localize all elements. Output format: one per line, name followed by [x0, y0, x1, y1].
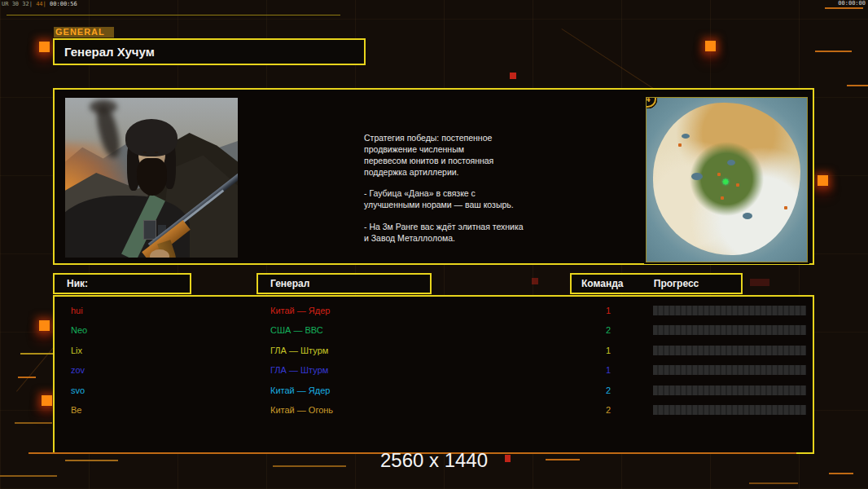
debug-token: UR 30 32|: [2, 1, 33, 7]
loading-screen: UR 30 32| 44| 00:00:56 00:00:00 GENERAL …: [0, 0, 868, 489]
player-general: Китай — Ядер: [270, 301, 330, 320]
map-start-position-marker: 4: [646, 97, 656, 108]
decor-red-square: [510, 73, 516, 79]
header-team-progress: Команда Прогресс: [570, 273, 743, 294]
header-team-label: Команда: [581, 278, 623, 289]
decor-line: [65, 460, 118, 461]
debug-readout: UR 30 32| 44| 00:00:56: [2, 1, 77, 7]
table-row: svo Китай — Ядер 2: [55, 381, 813, 400]
decor-line: [815, 51, 852, 52]
decor-line: [273, 465, 346, 467]
strategy-paragraph: - Гаубица «Дана» в связке с улучшенными …: [364, 188, 576, 211]
player-nick: Lix: [71, 341, 82, 360]
player-progress-bar: [653, 306, 806, 315]
player-team: 1: [598, 341, 618, 360]
player-progress-bar: [653, 385, 806, 395]
table-row: Be Китай — Огонь 2: [55, 400, 813, 420]
player-progress-bar: [653, 405, 806, 415]
decor-square: [39, 42, 50, 52]
player-progress-bar: [653, 325, 806, 335]
decor-square: [705, 41, 716, 51]
player-table-body: hui Китай — Ядер 1 Neo США — ВВС 2 Lix Г…: [55, 301, 813, 420]
general-portrait: [65, 98, 238, 258]
decor-line: [15, 422, 52, 424]
map-lake: [743, 213, 752, 219]
portrait-beard: [137, 158, 167, 196]
table-row: zov ГЛА — Штурм 1: [55, 360, 813, 380]
player-nick: zov: [71, 360, 85, 380]
table-row: hui Китай — Ядер 1: [55, 301, 813, 320]
decor-line: [7, 15, 340, 15]
table-row: Lix ГЛА — Штурм 1: [55, 341, 813, 360]
resolution-label: 2560 x 1440: [353, 449, 515, 472]
player-general: Китай — Ядер: [270, 381, 330, 400]
decor-square: [39, 320, 50, 331]
player-team: 1: [598, 301, 618, 320]
decor-line: [749, 482, 798, 484]
map-resource-dot: [721, 196, 724, 200]
portrait-eye: [143, 152, 147, 153]
player-general: ГЛА — Штурм: [270, 341, 328, 360]
decor-square: [42, 395, 52, 406]
portrait-hand: [150, 249, 169, 258]
general-name: Генерал Хучум: [64, 45, 155, 59]
portrait-turban: [125, 119, 178, 156]
player-team: 2: [598, 381, 618, 400]
player-team: 2: [598, 320, 618, 340]
map-resource-dot: [736, 183, 739, 187]
player-team: 1: [598, 360, 618, 380]
player-team: 2: [598, 400, 618, 420]
player-nick: Neo: [71, 320, 87, 340]
player-nick: Be: [71, 400, 81, 420]
decor-line: [546, 459, 580, 460]
header-nick: Ник:: [53, 273, 191, 294]
player-nick: svo: [71, 381, 85, 400]
strategy-paragraph: - На 3м Ранге вас ждёт элитная техника и…: [364, 222, 576, 244]
decor-red-square: [532, 278, 538, 284]
map-resource-dot: [784, 206, 787, 209]
tab-general[interactable]: GENERAL: [54, 27, 114, 38]
player-progress-bar: [653, 365, 806, 375]
decor-line: [20, 353, 53, 355]
decor-line: [0, 475, 57, 477]
map-preview: ✸ 2 5 6 1 3 4: [646, 97, 808, 262]
portrait-pouch: [143, 220, 156, 240]
general-title-box: Генерал Хучум: [53, 38, 366, 65]
portrait-eye: [155, 152, 158, 153]
header-general-label: Генерал: [270, 278, 309, 289]
player-general: США — ВВС: [270, 320, 323, 340]
player-general: Китай — Огонь: [270, 400, 333, 420]
decor-square: [818, 175, 828, 186]
decor-line: [829, 473, 853, 474]
decor-line: [18, 377, 36, 378]
header-progress-label: Прогресс: [654, 278, 699, 289]
decor-red-patch: [750, 279, 769, 286]
match-timer: 00:00:00: [838, 0, 866, 7]
map-player-star-icon: ✸: [722, 178, 730, 187]
decor-line: [825, 7, 863, 9]
table-row: Neo США — ВВС 2: [55, 320, 813, 340]
header-general: Генерал: [256, 273, 432, 294]
player-general: ГЛА — Штурм: [270, 360, 328, 380]
debug-token: 00:00:56: [50, 1, 77, 7]
player-progress-bar: [653, 346, 806, 355]
player-table: hui Китай — Ядер 1 Neo США — ВВС 2 Lix Г…: [53, 295, 814, 454]
debug-token: 44|: [36, 1, 46, 7]
general-info-panel: Стратегия победы: постепенное продвижени…: [53, 88, 814, 265]
header-nick-label: Ник:: [67, 278, 88, 289]
strategy-paragraph: Стратегия победы: постепенное продвижени…: [364, 133, 576, 178]
strategy-text: Стратегия победы: постепенное продвижени…: [364, 133, 576, 255]
portrait-head: [125, 119, 178, 189]
map-resource-dot: [717, 173, 721, 176]
player-nick: hui: [71, 301, 83, 320]
decor-line: [847, 85, 868, 86]
